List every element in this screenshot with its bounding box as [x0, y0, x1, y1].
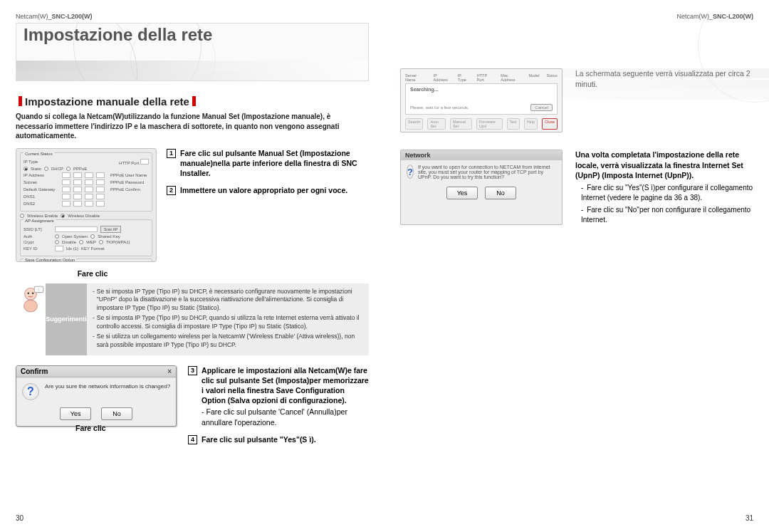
- network-dialog-title: Network: [401, 150, 562, 160]
- svg-point-3: [24, 300, 38, 312]
- installer-searching-screenshot: Server Name IP Address IP Type HTTP Port…: [400, 68, 563, 132]
- fare-clic-2: Fare clic: [43, 424, 177, 432]
- step-3: 3 Applicare le impostazioni alla Netcam(…: [188, 365, 369, 427]
- step-1: 1 Fare clic sul pulsante Manual Set (Imp…: [167, 148, 369, 179]
- tips-box: Suggerimenti -Se si imposta IP Type (Tip…: [16, 283, 369, 355]
- step-2: 2 Immettere un valore appropriato per og…: [167, 185, 369, 195]
- settings-screenshot: Current Status IP Type HTTP Port Static …: [16, 148, 157, 262]
- fare-clic-1: Fare clic: [0, 269, 369, 278]
- page-banner: Impostazione della rete: [16, 23, 369, 81]
- question-icon: ?: [22, 383, 39, 400]
- yes-button[interactable]: Yes: [60, 407, 91, 420]
- network-dialog: Network ? If you want to open for connec…: [400, 150, 563, 225]
- svg-point-2: [32, 292, 34, 294]
- section-title: Impostazione manuale della rete: [16, 95, 369, 108]
- tip-item: Se si imposta IP Type (Tipo IP) su DHCP,…: [97, 314, 363, 331]
- confirm-title: Confirm: [21, 367, 48, 375]
- page-number-left: 30: [16, 514, 23, 522]
- question-icon: ?: [407, 165, 414, 179]
- no-button[interactable]: No: [485, 187, 516, 199]
- section-intro: Quando si collega la Netcam(W)utilizzand…: [16, 112, 369, 141]
- tip-item: Se si imposta IP Type (Tipo IP) su DHCP,…: [97, 288, 363, 313]
- header-left: Netcam(W)_SNC-L200(W): [16, 13, 369, 20]
- banner-title: Impostazione della rete: [23, 25, 212, 45]
- svg-point-5: [37, 288, 40, 291]
- close-icon[interactable]: ×: [167, 367, 172, 375]
- step-4: 4 Fare clic sul pulsante "Yes"(S ì).: [188, 434, 369, 444]
- tips-mascot-icon: [16, 283, 46, 313]
- yes-button[interactable]: Yes: [446, 187, 478, 199]
- tip-item: Se si utilizza un collegamento wireless …: [97, 333, 363, 350]
- cancel-button[interactable]: Cancel: [530, 104, 553, 111]
- right-mid-text: Una volta completata l'impostazione dell…: [575, 150, 753, 225]
- svg-point-1: [28, 292, 30, 294]
- confirm-dialog: Confirm × ? Are you sure the network inf…: [16, 365, 177, 427]
- no-button[interactable]: No: [101, 407, 132, 420]
- network-dialog-body: If you want to open for connection to NE…: [418, 165, 556, 179]
- tips-label: Suggerimenti: [46, 283, 87, 355]
- page-number-right: 31: [746, 514, 753, 522]
- confirm-message: Are you sure the network information is …: [45, 383, 170, 390]
